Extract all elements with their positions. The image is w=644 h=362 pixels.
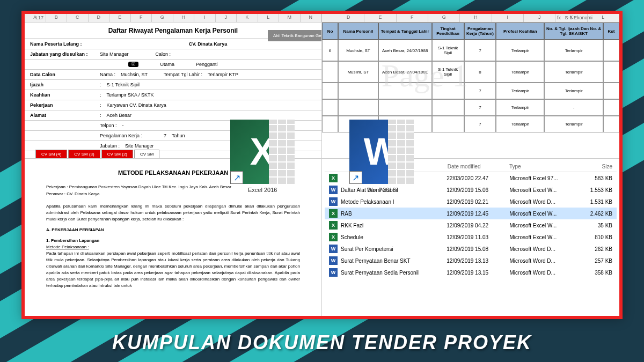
col-header[interactable]: D: [333, 14, 364, 22]
meta-label: Penawar: [46, 191, 63, 196]
word-icon[interactable]: W ↗: [349, 120, 414, 184]
formula-bar[interactable]: fx S-1 Ekonomi: [557, 15, 592, 20]
table-row[interactable]: 7TerlampirTerlampir: [322, 83, 619, 99]
table-cell: Terlampir: [496, 40, 544, 61]
file-date: 12/09/2019 04.22: [447, 223, 506, 228]
file-row[interactable]: XSchedule12/09/2019 11.03Microsoft Excel…: [325, 231, 617, 243]
table-cell: S-1 Teknik Sipil: [432, 61, 464, 83]
col-header[interactable]: B: [46, 14, 68, 22]
field-unit: Tahun: [172, 133, 185, 138]
col-header[interactable]: F: [131, 14, 152, 22]
file-date: 12/09/2019 15.06: [447, 187, 506, 193]
file-type: Microsoft Word D...: [510, 246, 575, 252]
table-cell: [432, 83, 464, 99]
file-type: Microsoft Word D...: [510, 199, 575, 205]
field-value: -: [122, 123, 124, 128]
sheet-tab[interactable]: CV SM (2): [101, 150, 133, 158]
field-label: Pengalaman Kerja :: [100, 133, 142, 138]
table-cell: 7: [464, 116, 496, 132]
meta-value: : CV. Dinata Karya: [64, 191, 100, 196]
table-cell: [603, 61, 619, 83]
screenshot-frame: L17 ABCDEFGHIJKLMN Daftar Riwayat Pengal…: [21, 11, 623, 319]
table-cell: [322, 99, 338, 116]
col-header[interactable]: G: [152, 14, 173, 22]
table-cell: Terlampir: [496, 99, 544, 116]
col-header[interactable]: J: [216, 14, 237, 22]
col-header[interactable]: D: [89, 14, 110, 22]
word-file-icon: W: [329, 245, 338, 253]
file-name: RKK Fazi: [341, 223, 363, 228]
file-size: 583 KB: [577, 175, 612, 181]
table-row[interactable]: 7Terlampir-: [322, 99, 619, 116]
table-header-cell: Pengalaman Kerja (Tahun): [464, 23, 496, 40]
table-cell: Aceh Besar, 27/04/1981: [378, 61, 432, 83]
field-value: Terlampir KTP: [208, 72, 238, 77]
file-row[interactable]: WSurat Pernyataan Benar SKT12/09/2019 13…: [325, 255, 617, 267]
table-row[interactable]: 6Muchsin, STAceh Besar, 24/07/1988S-1 Te…: [322, 40, 619, 61]
table-header-cell: Tingkat Pendidikan: [432, 23, 464, 40]
sheet-tab[interactable]: CV SM (3): [68, 150, 100, 158]
excel-icon[interactable]: X ↗: [230, 120, 295, 184]
section-sub: Metode Pelaksanaan :: [46, 244, 300, 250]
col-header[interactable]: J: [524, 14, 555, 22]
col-header[interactable]: I: [194, 14, 216, 22]
table-cell: Terlampir: [496, 116, 544, 132]
table-cell: Terlampir: [544, 83, 603, 99]
file-row[interactable]: WSurat Pernyataan Sedia Personil12/09/20…: [325, 267, 617, 278]
file-type: Microsoft Word D...: [510, 270, 575, 276]
option-pengganti: Pengganti: [196, 62, 218, 67]
table-cell: [603, 99, 619, 116]
field-value: 7: [164, 133, 166, 138]
col-type[interactable]: Type: [509, 164, 576, 169]
table-header-cell: Nama Personil: [338, 23, 378, 40]
table-cell: [338, 99, 378, 116]
excel-file-icon: X: [329, 209, 338, 218]
field-value: Terlampir SKA / SKTK: [107, 92, 154, 98]
column-headers: ABCDEFGHIJKLMN: [25, 14, 321, 23]
table-cell: 8: [464, 61, 496, 83]
col-header[interactable]: H: [173, 14, 195, 22]
col-header[interactable]: E: [364, 14, 396, 22]
col-header[interactable]: E: [109, 14, 131, 22]
file-size: 810 KB: [577, 234, 612, 240]
sheet-tab[interactable]: CV SM: [134, 150, 159, 158]
file-type: Microsoft Excel W...: [510, 187, 575, 193]
table-cell: Terlampir: [544, 61, 603, 83]
field-label: Tempat Tgl Lahir :: [164, 72, 202, 77]
file-row[interactable]: XRAB12/09/2019 12.45Microsoft Excel W...…: [325, 208, 617, 219]
col-header[interactable]: H: [460, 14, 492, 22]
col-date[interactable]: Date modified: [448, 164, 509, 169]
table-body: 6Muchsin, STAceh Besar, 24/07/1988S-1 Te…: [322, 40, 619, 132]
file-date: 12/09/2019 13.13: [447, 258, 506, 264]
file-size: 358 KB: [577, 270, 612, 276]
file-type: Microsoft Excel W...: [510, 234, 575, 240]
field-label: Alamat: [30, 113, 94, 118]
col-header[interactable]: C: [67, 14, 89, 22]
field-value: Muchsin, ST: [121, 72, 148, 77]
table-row[interactable]: Muslim, STAceh Besar, 27/04/1981S-1 Tekn…: [322, 61, 619, 83]
file-name: Schedule: [341, 234, 363, 240]
col-header[interactable]: N: [301, 14, 322, 22]
field-label: Nama Peserta Lelang :: [30, 41, 94, 47]
col-header[interactable]: G: [428, 14, 460, 22]
col-size[interactable]: Size: [576, 164, 612, 169]
file-name: Surat Per Kompetensi: [341, 246, 393, 252]
file-type: Microsoft Word D...: [510, 258, 575, 264]
col-header[interactable]: L: [258, 14, 280, 22]
side-note: Ahli Teknik Bangunan Gedun: [268, 30, 322, 41]
file-size: 1.531 KB: [577, 199, 612, 205]
col-header[interactable]: F: [397, 14, 428, 22]
col-header[interactable]: K: [237, 14, 258, 22]
file-row[interactable]: XRKK Fazi12/09/2019 04.22Microsoft Excel…: [325, 219, 617, 231]
app-label: Excel 2016: [248, 187, 277, 193]
table-cell: [603, 83, 619, 99]
table-cell: -: [544, 99, 603, 116]
sheet-tab[interactable]: CV SM (4): [35, 150, 67, 158]
col-header[interactable]: M: [279, 14, 301, 22]
file-size: 2.462 KB: [577, 211, 612, 217]
sheet-tabs[interactable]: CV SM (4)CV SM (3)CV SM (2)CV SM: [35, 150, 159, 158]
file-row[interactable]: WSurat Per Kompetensi12/09/2019 15.08Mic…: [325, 243, 617, 255]
file-row[interactable]: WMetode Pelaksanaan I12/09/2019 02.21Mic…: [325, 196, 617, 208]
col-header[interactable]: I: [492, 14, 524, 22]
table-header-cell: No. & Tgl. Ijazah Dan No. & Tgl. SKA/SKT: [544, 23, 603, 40]
